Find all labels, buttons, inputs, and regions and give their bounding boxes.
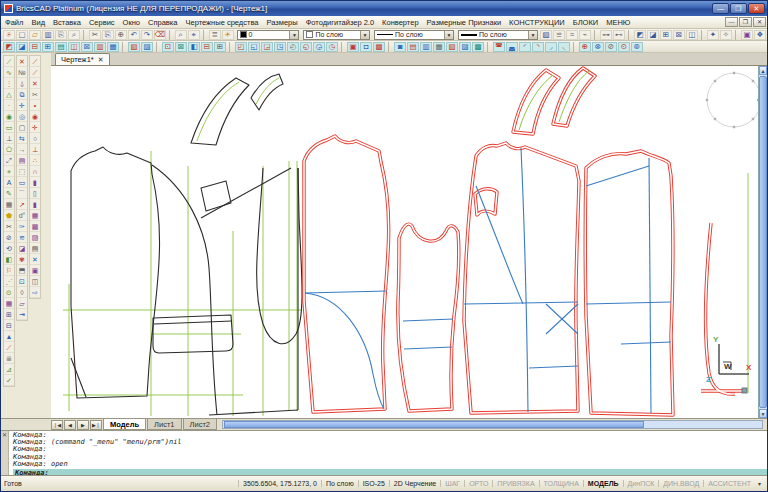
draw-tool-icon[interactable]: ∴: [30, 155, 40, 166]
pattern-tool-icon[interactable]: ▨: [459, 42, 471, 52]
close-button[interactable]: ✕: [748, 3, 765, 14]
draw-tool-icon[interactable]: ✑: [17, 221, 27, 232]
compass-widget[interactable]: [706, 72, 758, 128]
toolbar-icon[interactable]: ≈: [566, 30, 578, 40]
draw-tool-icon[interactable]: ⬚: [17, 166, 27, 177]
draw-tool-icon[interactable]: ▦: [4, 298, 14, 309]
draw-tool-icon[interactable]: ✂: [4, 221, 14, 232]
draw-tool-icon[interactable]: ✛: [30, 122, 40, 133]
toolbar-icon[interactable]: ◪: [647, 30, 659, 40]
edit-tool-icon[interactable]: ⎘: [102, 30, 114, 40]
draw-tool-icon[interactable]: ◎: [17, 111, 27, 122]
chevron-down-icon[interactable]: ▼: [360, 31, 369, 39]
draw-tool-icon[interactable]: ⍙: [17, 78, 27, 89]
mdi-minimize-button[interactable]: —: [725, 17, 738, 27]
chevron-down-icon[interactable]: ▼: [444, 31, 453, 39]
menu-фотодигитайзер-2-0[interactable]: Фотодигитайзер 2.0: [302, 18, 378, 27]
draw-tool-icon[interactable]: ▣: [30, 265, 40, 276]
pattern-tool-icon[interactable]: ◚: [493, 42, 505, 52]
next-sheet-icon[interactable]: ▶: [77, 420, 89, 430]
draw-tool-icon[interactable]: ▢: [17, 122, 27, 133]
close-icon[interactable]: ✕: [2, 432, 7, 438]
draw-tool-icon[interactable]: ✛: [17, 100, 27, 111]
draw-tool-icon[interactable]: ⟋: [30, 56, 40, 67]
layer-tool-icon[interactable]: ☀: [222, 30, 234, 40]
first-sheet-icon[interactable]: ❘◀: [51, 420, 63, 430]
pattern-tool-icon[interactable]: ⊠: [175, 42, 187, 52]
pattern-tool-icon[interactable]: ⊟: [201, 42, 213, 52]
menu-вставка[interactable]: Вставка: [49, 18, 85, 27]
chevron-down-icon[interactable]: ▾: [755, 480, 764, 487]
edit-tool-icon[interactable]: ⊕: [115, 30, 127, 40]
draw-tool-icon[interactable]: ⇆: [17, 133, 27, 144]
draw-tool-icon[interactable]: ∿: [4, 67, 14, 78]
pattern-tool-icon[interactable]: ▩: [472, 42, 484, 52]
edit-tool-icon[interactable]: ↷: [141, 30, 153, 40]
edit-tool-icon[interactable]: ↶: [128, 30, 140, 40]
toolbar-icon[interactable]: ≌: [553, 30, 565, 40]
draw-tool-icon[interactable]: ◉: [4, 111, 14, 122]
draw-tool-icon[interactable]: ⊙: [4, 287, 14, 298]
toolbar-icon[interactable]: ◩: [634, 30, 646, 40]
status-toggle-привязка[interactable]: ПРИВЯЗКА: [492, 480, 538, 487]
draw-tool-icon[interactable]: ◉: [30, 111, 40, 122]
draw-tool-icon[interactable]: ⊿: [4, 364, 14, 375]
draw-tool-icon[interactable]: ◧: [4, 254, 14, 265]
menu-размерные-признаки[interactable]: Размерные Признаки: [423, 18, 506, 27]
menu-сервис[interactable]: Сервис: [85, 18, 119, 27]
pattern-tool-icon[interactable]: ◲: [261, 42, 273, 52]
pattern-tool-icon[interactable]: ◳: [274, 42, 286, 52]
draw-tool-icon[interactable]: ⊥: [30, 144, 40, 155]
pattern-tool-icon[interactable]: ⊟: [29, 42, 41, 52]
pattern-tool-icon[interactable]: ◟: [558, 42, 570, 52]
zoom-tool-icon[interactable]: ⌕: [175, 30, 187, 40]
layer-combo[interactable]: 0 ▼: [237, 30, 300, 40]
draw-tool-icon[interactable]: ⇨: [30, 287, 40, 298]
zoom-tool-icon[interactable]: ⌖: [188, 30, 200, 40]
draw-tool-icon[interactable]: ⊞: [4, 309, 14, 320]
pattern-tool-icon[interactable]: ⊡: [162, 42, 174, 52]
draw-tool-icon[interactable]: ▮: [30, 199, 40, 210]
draw-tool-icon[interactable]: ▭: [4, 122, 14, 133]
pattern-tool-icon[interactable]: ⊗: [592, 42, 604, 52]
draw-tool-icon[interactable]: ⟋: [30, 67, 40, 78]
pattern-tool-icon[interactable]: ◴: [287, 42, 299, 52]
draw-tool-icon[interactable]: №: [17, 67, 27, 78]
toolbar-icon[interactable]: ▧: [540, 30, 552, 40]
draw-tool-icon[interactable]: ⌖: [4, 166, 14, 177]
pattern-tool-icon[interactable]: ▥: [94, 42, 106, 52]
draw-tool-icon[interactable]: A: [4, 177, 14, 188]
draw-tool-icon[interactable]: ⬟: [4, 210, 14, 221]
pattern-tool-icon[interactable]: ▩: [373, 42, 385, 52]
file-tool-icon[interactable]: ▢: [16, 30, 28, 40]
linetype-combo[interactable]: По слою ▼: [374, 30, 454, 40]
drawing-canvas[interactable]: Y X W Z: [51, 66, 758, 418]
draw-tool-icon[interactable]: ▯: [30, 188, 40, 199]
pattern-tool-icon[interactable]: ⊚: [631, 42, 643, 52]
draw-tool-icon[interactable]: △: [4, 89, 14, 100]
draw-tool-icon[interactable]: ▨: [30, 232, 40, 243]
status-toggle-толщина[interactable]: ТОЛЩИНА: [539, 480, 583, 487]
draw-tool-icon[interactable]: ▤: [17, 155, 27, 166]
pattern-tool-icon[interactable]: ▦: [433, 42, 445, 52]
draw-tool-icon[interactable]: ⟲: [4, 243, 14, 254]
pattern-tool-icon[interactable]: ◧: [188, 42, 200, 52]
status-dimstyle[interactable]: ISO-25: [358, 480, 389, 487]
file-tool-icon[interactable]: ▥: [42, 30, 54, 40]
menu-блоки[interactable]: БЛОКИ: [569, 18, 602, 27]
pattern-tool-icon[interactable]: ⊞: [214, 42, 226, 52]
sheet-tab-лист1[interactable]: Лист1: [147, 419, 181, 430]
menu-окно[interactable]: Окно: [119, 18, 144, 27]
grip-handle[interactable]: [742, 388, 747, 393]
draw-tool-icon[interactable]: →: [17, 144, 27, 155]
file-tool-icon[interactable]: ▱: [29, 30, 41, 40]
pattern-tool-icon[interactable]: ▦: [107, 42, 119, 52]
draw-tool-icon[interactable]: ⊘: [4, 232, 14, 243]
draw-tool-icon[interactable]: ⤢: [4, 155, 14, 166]
draw-tool-icon[interactable]: ✕: [30, 78, 40, 89]
draw-tool-icon[interactable]: ▩: [30, 221, 40, 232]
pattern-tool-icon[interactable]: ⊘: [605, 42, 617, 52]
draw-tool-icon[interactable]: ⊥: [4, 133, 14, 144]
draw-tool-icon[interactable]: ▮: [30, 177, 40, 188]
command-window-grip[interactable]: ✕: [1, 431, 9, 475]
